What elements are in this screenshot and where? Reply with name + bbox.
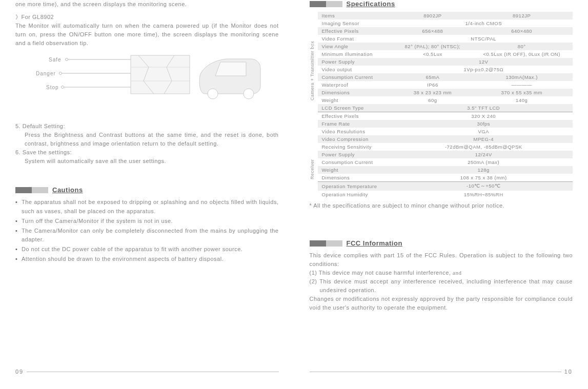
fcc-cond-1: (1) This device may not cause harmful in… — [310, 269, 573, 277]
heading-bar-light — [326, 1, 342, 7]
spec-label: Effective Pixels — [318, 112, 395, 120]
spec-label: Weight — [318, 96, 395, 104]
spec-label: Items — [318, 12, 395, 19]
spec-label: Video output — [318, 66, 395, 73]
heading-bar-dark — [15, 187, 32, 193]
caution-item: Do not cut the DC power cable of the app… — [15, 245, 279, 254]
spec-label: Video Format — [318, 35, 395, 43]
page-number: 09 — [15, 368, 24, 375]
spec-value: 80° — [471, 43, 573, 50]
spec-value: 370 x 55 x35 mm — [471, 89, 573, 96]
table-row: Items8902JP8912JP — [318, 12, 573, 19]
spec-model: 8902JP — [395, 12, 471, 19]
spec-label: LCD Screen Type — [318, 104, 395, 112]
table-row: Weight128g — [318, 166, 573, 174]
spec-value: 320 X 240 — [395, 112, 573, 120]
spec-label: Minimum Illumination — [318, 50, 395, 58]
svg-point-4 — [62, 86, 64, 89]
for-body: The Monitor will automatically turn on w… — [15, 22, 279, 48]
spec-value: ———— — [471, 81, 573, 89]
cautions-title: Cautions — [52, 186, 83, 194]
spec-value: 1/4-inch CMOS — [395, 19, 573, 27]
spec-value: 130mA(Max.) — [471, 73, 573, 81]
spec-value: 250mA (max) — [395, 158, 573, 166]
group-label-camera: Camera + Transmitter box — [310, 14, 315, 127]
caution-item: Attention should be drawn to the environ… — [15, 255, 279, 263]
page-left: one more time), and the screen displays … — [0, 0, 294, 389]
table-row: Effective Pixels656×488640×480 — [318, 27, 573, 35]
spec-label: Waterproof — [318, 81, 395, 89]
spec-value: 140g — [471, 96, 573, 104]
spec-table-wrap: Camera + Transmitter box Receiver Items8… — [310, 12, 573, 198]
table-row: View Angle82° (PAL); 80° (NTSC);80° — [318, 43, 573, 50]
table-row: Video CompressionMPEG-4 — [318, 135, 573, 143]
fcc-intro: This device complies with part 15 of the… — [310, 251, 573, 269]
spec-value: 30fps — [395, 120, 573, 128]
heading-bar-dark — [310, 1, 326, 7]
heading-bar-light — [326, 240, 342, 247]
spec-model: 8912JP — [471, 12, 573, 19]
spec-label: Power Supply — [318, 151, 395, 158]
spec-label: Power Supply — [318, 58, 395, 66]
table-row: Video FormatNTSC/PAL — [318, 35, 573, 43]
svg-point-8 — [208, 89, 218, 99]
item-5-head: 5. Default Setting: — [15, 122, 279, 131]
spec-label: Receiving Sensitivity — [318, 143, 395, 151]
spec-label: Video Resulutions — [318, 128, 395, 135]
spec-title: Specifications — [347, 0, 395, 8]
spec-value: 12V — [395, 58, 573, 66]
spec-value: 15%RH~85%RH — [395, 191, 573, 198]
page-right: Specifications Camera + Transmitter box … — [294, 0, 589, 389]
spec-label: Dimensions — [318, 89, 395, 96]
spec-label: Effective Pixels — [318, 27, 395, 35]
fcc-and: and — [453, 270, 461, 276]
spec-value: 1Vp-p±0.2@75Ω — [395, 66, 573, 73]
spec-value: -72dBm@QAM, -85dBm@QPSK — [395, 143, 573, 151]
spec-label: Consumption Current — [318, 158, 395, 166]
caution-item: Turn off the Camera/Monitor if the syste… — [15, 217, 279, 226]
spec-footnote: * All the specifications are subject to … — [310, 202, 573, 209]
spec-value: NTSC/PAL — [395, 35, 573, 43]
table-row: Dimensions108 x 75 x 38 (mm) — [318, 174, 573, 182]
fcc-heading: FCC Information — [310, 239, 573, 247]
table-row: Video output1Vp-p±0.2@75Ω — [318, 66, 573, 73]
svg-point-0 — [66, 58, 68, 61]
cautions-list: The apparatus shall not be exposed to dr… — [15, 198, 279, 264]
spec-label: Operation Humidity — [318, 191, 395, 198]
item-5-body: Press the Brightness and Contrast button… — [15, 131, 279, 148]
spec-value: 108 x 75 x 38 (mm) — [395, 174, 573, 182]
spec-label: Consumption Current — [318, 73, 395, 81]
page-footer-right: 10 — [310, 368, 573, 379]
spec-label: Video Compression — [318, 135, 395, 143]
spec-heading: Specifications — [310, 0, 573, 8]
table-row: Operation Humidity15%RH~85%RH — [318, 191, 573, 198]
spec-value: IP66 — [395, 81, 471, 89]
table-row: Video ResulutionsVGA — [318, 128, 573, 135]
spec-label: View Angle — [318, 43, 395, 50]
spec-value: -10℃～+50℃ — [395, 182, 573, 191]
table-row: Minimum Illumination<0.5Lux<0.5Lux (IR O… — [318, 50, 573, 58]
spec-value: <0.5Lux (IR OFF), 0Lux (IR ON) — [471, 50, 573, 58]
footer-line — [310, 372, 561, 372]
table-row: Consumption Current250mA (max) — [318, 158, 573, 166]
caution-item: The Camera/Monitor can only be completel… — [15, 227, 279, 244]
spec-value: 640×480 — [471, 27, 573, 35]
table-row: Power Supply12/24V — [318, 151, 573, 158]
table-row: WaterproofIP66———— — [318, 81, 573, 89]
for-heading: 》For GL8902 — [15, 13, 279, 22]
item-6-body: System will automatically save all the u… — [15, 157, 279, 166]
spec-value: 82° (PAL); 80° (NTSC); — [395, 43, 471, 50]
spec-label: Frame Rate — [318, 120, 395, 128]
svg-point-9 — [244, 89, 254, 99]
table-row: Power Supply12V — [318, 58, 573, 66]
item-6-head: 6. Save the settings: — [15, 148, 279, 157]
spec-label: Imaging Sensor — [318, 19, 395, 27]
svg-point-2 — [59, 72, 62, 75]
spec-value: VGA — [395, 128, 573, 135]
fcc-body: Changes or modifications not expressly a… — [310, 295, 573, 312]
heading-bar-dark — [310, 240, 326, 247]
spec-table: Items8902JP8912JPImaging Sensor1/4-inch … — [318, 12, 573, 198]
fcc-cond-2: (2) This device must accept any interfer… — [310, 277, 573, 295]
table-row: Consumption Current65mA130mA(Max.) — [318, 73, 573, 81]
fcc-1-text: (1) This device may not cause harmful in… — [310, 270, 451, 276]
